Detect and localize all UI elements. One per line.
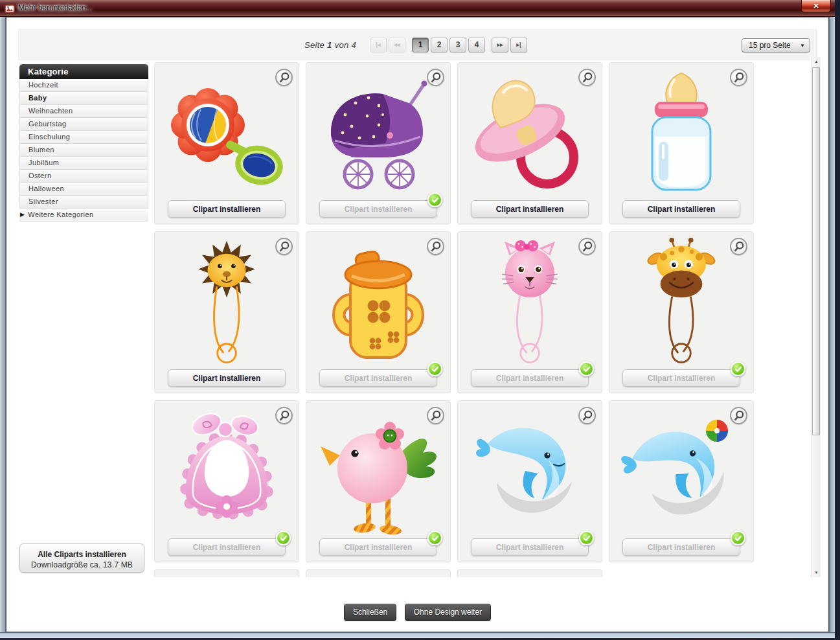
- magnify-button[interactable]: [578, 407, 596, 424]
- page-2-button[interactable]: 2: [431, 38, 448, 52]
- install-clipart-button[interactable]: Clipart installieren: [471, 369, 589, 387]
- clipart-card-baby-pram: Clipart installieren: [306, 62, 451, 224]
- sidebar-item-ostern[interactable]: Ostern: [19, 170, 148, 183]
- install-clipart-button[interactable]: Clipart installieren: [168, 538, 286, 556]
- install-all-cliparts-button[interactable]: Alle Cliparts installieren Downloadgröße…: [19, 543, 144, 573]
- window-frame-left: [0, 17, 6, 638]
- page-1-button[interactable]: 1: [412, 38, 429, 52]
- next-page-button[interactable]: ▸▸: [492, 38, 508, 52]
- clipart-card-baby-bib: Clipart installieren: [154, 400, 299, 562]
- magnify-button[interactable]: [578, 238, 596, 255]
- clipart-card-sippy-cup: Clipart installieren: [306, 231, 451, 393]
- window-frame-right: [829, 17, 835, 638]
- download-dialog: Mehr herunterladen... ✕ Seite1von4 |◂ ◂◂…: [0, 0, 835, 638]
- grid-scrollbar[interactable]: ▲ ▼: [811, 57, 821, 577]
- magnify-button[interactable]: [730, 407, 747, 424]
- scroll-up-button[interactable]: ▲: [812, 57, 821, 66]
- install-all-download-size: Downloadgröße ca. 13.7 MB: [24, 560, 140, 569]
- category-sidebar: Kategorie Hochzeit Baby Weihnachten Gebu…: [19, 64, 148, 222]
- sidebar-more-categories[interactable]: ▶ Weitere Kategorien: [19, 209, 148, 222]
- giraffe-safety-pin-image: [615, 237, 748, 367]
- installed-check-icon: [579, 531, 594, 545]
- clipart-card-partial: [306, 569, 451, 577]
- magnify-button[interactable]: [427, 407, 444, 424]
- sippy-cup-image: [312, 237, 445, 367]
- sidebar-item-weihnachten[interactable]: Weihnachten: [19, 105, 148, 118]
- baby-bottle-image: [615, 68, 748, 198]
- install-clipart-button[interactable]: Clipart installieren: [319, 538, 437, 556]
- dolphin-with-ball-image: [615, 406, 748, 536]
- magnify-button[interactable]: [275, 407, 293, 424]
- items-per-page-value: 15 pro Seite: [749, 41, 791, 50]
- magnifier-icon: [429, 240, 443, 254]
- total-pages: 4: [352, 40, 357, 50]
- magnifier-icon: [580, 240, 595, 254]
- of-word: von: [335, 40, 349, 50]
- sidebar-item-jubilaeum[interactable]: Jubiläum: [19, 157, 148, 170]
- magnify-button[interactable]: [730, 238, 747, 255]
- close-dialog-button[interactable]: Schließen: [344, 604, 396, 621]
- sidebar-item-einschulung[interactable]: Einschulung: [19, 131, 148, 144]
- items-per-page-select[interactable]: 15 pro Seite ▼: [742, 38, 810, 52]
- baby-pram-image: [312, 68, 445, 198]
- previous-page-button[interactable]: ◂◂: [389, 38, 405, 52]
- sidebar-item-hochzeit[interactable]: Hochzeit: [19, 79, 148, 92]
- install-clipart-button[interactable]: Clipart installieren: [168, 369, 286, 387]
- scroll-down-button[interactable]: ▼: [812, 568, 821, 577]
- page-4-button[interactable]: 4: [468, 38, 485, 52]
- magnifier-icon: [732, 71, 746, 85]
- dolphin-image: [463, 406, 596, 536]
- install-clipart-button[interactable]: Clipart installieren: [168, 200, 286, 218]
- clipart-card-partial: [154, 569, 299, 577]
- baby-rattle-image: [160, 68, 293, 198]
- clipart-card-cat-safety-pin: Clipart installieren: [457, 231, 602, 393]
- clipart-card-dolphin: Clipart installieren: [457, 400, 602, 562]
- magnify-button[interactable]: [275, 238, 293, 255]
- scrollbar-thumb[interactable]: [812, 67, 820, 435]
- close-window-button[interactable]: ✕: [801, 0, 831, 12]
- clipart-card-dolphin-with-ball: Clipart installieren: [609, 400, 754, 562]
- install-clipart-button[interactable]: Clipart installieren: [319, 369, 437, 387]
- clipart-card-baby-rattle: Clipart installieren: [154, 62, 299, 224]
- install-clipart-button[interactable]: Clipart installieren: [622, 538, 740, 556]
- install-clipart-button[interactable]: Clipart installieren: [622, 200, 740, 218]
- magnifier-icon: [277, 240, 291, 254]
- magnifier-icon: [429, 409, 443, 423]
- magnifier-icon: [580, 71, 595, 85]
- dialog-footer: Schließen Ohne Design weiter: [6, 604, 828, 621]
- clipart-card-partial: [457, 569, 602, 577]
- installed-check-icon: [731, 361, 745, 376]
- magnifier-icon: [732, 240, 746, 254]
- magnify-button[interactable]: [730, 69, 747, 86]
- last-page-button[interactable]: ▸|: [510, 38, 527, 52]
- page-word: Seite: [304, 40, 324, 50]
- sidebar-item-blumen[interactable]: Blumen: [19, 144, 148, 157]
- sidebar-item-silvester[interactable]: Silvester: [19, 196, 148, 209]
- pagination-toolbar: Seite1von4 |◂ ◂◂ 1 2 3 4 ▸▸ ▸| 15 pro Se…: [18, 29, 817, 60]
- install-clipart-button[interactable]: Clipart installieren: [471, 538, 589, 556]
- window-frame-bottom: [0, 632, 835, 638]
- magnify-button[interactable]: [427, 238, 444, 255]
- install-clipart-button[interactable]: Clipart installieren: [319, 200, 437, 218]
- lion-safety-pin-image: [160, 237, 293, 367]
- page-3-button[interactable]: 3: [449, 38, 466, 52]
- magnifier-icon: [732, 409, 746, 423]
- baby-bib-image: [160, 406, 293, 536]
- pink-bird-image: [312, 406, 445, 536]
- titlebar[interactable]: Mehr herunterladen... ✕: [0, 0, 835, 17]
- installed-check-icon: [427, 192, 442, 207]
- first-page-button[interactable]: |◂: [370, 38, 387, 52]
- sidebar-item-geburtstag[interactable]: Geburtstag: [19, 118, 148, 131]
- continue-without-design-button[interactable]: Ohne Design weiter: [405, 604, 491, 621]
- magnify-button[interactable]: [427, 69, 444, 86]
- dialog-body: Seite1von4 |◂ ◂◂ 1 2 3 4 ▸▸ ▸| 15 pro Se…: [6, 17, 829, 632]
- magnify-button[interactable]: [578, 69, 596, 86]
- install-clipart-button[interactable]: Clipart installieren: [471, 200, 589, 218]
- install-clipart-button[interactable]: Clipart installieren: [622, 369, 740, 387]
- sidebar-item-halloween[interactable]: Halloween: [19, 183, 148, 196]
- clipart-card-lion-safety-pin: Clipart installieren: [154, 231, 299, 393]
- app-icon: [5, 3, 15, 14]
- sidebar-item-baby[interactable]: Baby: [19, 92, 148, 105]
- installed-check-icon: [427, 531, 442, 545]
- magnify-button[interactable]: [275, 69, 293, 86]
